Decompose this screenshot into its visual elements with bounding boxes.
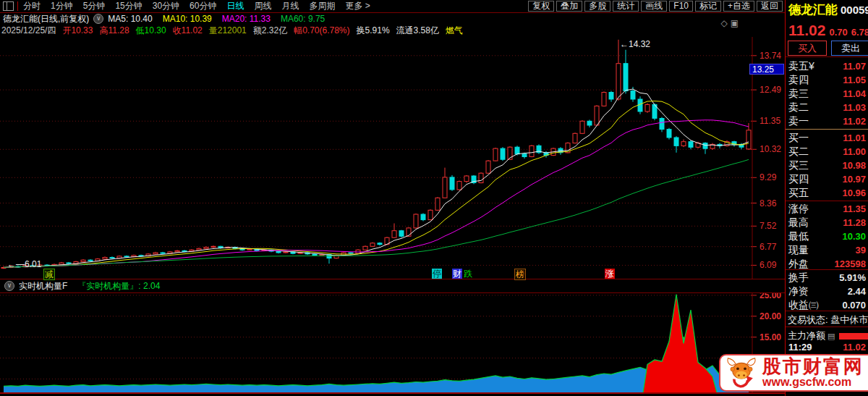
event-badge-榜[interactable]: 榜	[514, 269, 526, 280]
tab-15分钟[interactable]: 15分钟	[115, 0, 142, 12]
y-axis-label: 8.36	[760, 198, 777, 208]
toolbar-button-多股[interactable]: 多股	[584, 1, 610, 12]
y-axis-label: 20.00	[760, 311, 781, 321]
tab-分时[interactable]: 分时	[23, 0, 41, 12]
candle-body	[320, 255, 324, 256]
event-badge-停[interactable]: 停	[432, 269, 442, 279]
candle-body	[414, 214, 418, 228]
indicator-chart[interactable]: 25.0020.0015.0010.00	[0, 293, 785, 394]
panel-row-买三[interactable]: 买三10.98	[786, 159, 868, 172]
main-net-row[interactable]: 主力净额 ▤	[788, 329, 868, 342]
candle-body	[660, 119, 664, 130]
candle-body	[457, 182, 461, 190]
chart-title: 德龙汇能(日线,前复权)	[3, 13, 89, 25]
tab-多周期[interactable]: 多周期	[309, 0, 335, 12]
tab-更多 >[interactable]: 更多 >	[345, 0, 370, 12]
tab-1分钟[interactable]: 1分钟	[51, 0, 73, 12]
event-badge-财[interactable]: 财	[452, 269, 462, 279]
chart-period-tabs: 分时1分钟5分钟15分钟30分钟60分钟日线周线月线多周期更多 >	[23, 0, 370, 12]
price-annotation: ←14.32	[620, 39, 650, 49]
chevron-down-icon[interactable]: ∨	[93, 14, 103, 24]
toolbar-button-叠加[interactable]: 叠加	[556, 1, 582, 12]
diamond-icon[interactable]: ◇	[720, 18, 730, 28]
bid-ask-divider	[786, 129, 868, 130]
candle-body	[276, 251, 281, 253]
panel-row-最低[interactable]: 最低10.30	[786, 229, 868, 243]
toolbar-button-+自选[interactable]: +自选	[723, 1, 754, 12]
main-net-label: 主力净额	[788, 329, 825, 342]
panel-row-卖四[interactable]: 卖四11.05	[786, 73, 868, 87]
tab-周线[interactable]: 周线	[254, 0, 271, 12]
watermark-url: www.gscfw.com	[762, 376, 864, 389]
candle-body	[197, 248, 201, 250]
bid-levels: 买一11.01买二11.00买三10.98买四10.97买五10.96	[786, 131, 868, 200]
candle-body	[703, 143, 707, 149]
panel-row-卖二[interactable]: 卖二11.03	[786, 101, 868, 114]
candle-body	[689, 142, 693, 148]
toolbar-button-复权[interactable]: 复权	[528, 1, 554, 12]
candle-body	[624, 64, 628, 91]
candle-body	[580, 121, 584, 133]
candle-body	[631, 91, 635, 99]
panel-row-卖一[interactable]: 卖一11.02	[786, 114, 868, 128]
window-split-icon[interactable]	[3, 1, 14, 11]
quote-field: 换5.91%	[357, 25, 390, 37]
panel-row-最高[interactable]: 最高11.28	[786, 216, 868, 229]
tab-5分钟[interactable]: 5分钟	[83, 0, 106, 12]
toolbar: 分时1分钟5分钟15分钟30分钟60分钟日线周线月线多周期更多 > 复权叠加多股…	[0, 0, 785, 13]
event-badge-跌[interactable]: 跌	[463, 269, 473, 279]
tab-月线[interactable]: 月线	[281, 0, 299, 12]
trade-buttons: 买入 卖出	[788, 41, 868, 56]
toolbar-button-F10[interactable]: F10	[669, 1, 693, 12]
candle-body	[421, 214, 425, 220]
y-axis-label: 13.74	[760, 51, 781, 61]
panel-row-现量[interactable]: 现量39	[786, 243, 868, 257]
toolbar-button-统计[interactable]: 统计	[613, 1, 639, 12]
candle-body	[161, 253, 165, 253]
ma-line-MA20	[4, 120, 749, 268]
candle-body	[349, 253, 353, 253]
window-icon[interactable]: ▣	[731, 18, 741, 28]
candle-body	[595, 106, 599, 125]
candle-body	[59, 263, 64, 264]
panel-row-买五[interactable]: 买五10.96	[786, 186, 868, 200]
quote-field: 幅0.70(6.78%)	[294, 25, 349, 37]
sell-button[interactable]: 卖出	[831, 41, 868, 56]
stock-app-window: 分时1分钟5分钟15分钟30分钟60分钟日线周线月线多周期更多 > 复权叠加多股…	[0, 0, 868, 396]
event-badge-减[interactable]: 减	[43, 269, 55, 280]
toolbar-separator	[17, 1, 18, 11]
candlestick-chart[interactable]: 13.7412.4911.3510.329.298.367.526.776.09…	[0, 37, 785, 279]
panel-row-买二[interactable]: 买二11.00	[786, 145, 868, 159]
quote-field: 低10.30	[136, 25, 166, 37]
panel-row-涨停[interactable]: 涨停11.35	[786, 202, 868, 216]
event-badge-涨[interactable]: 涨	[605, 269, 615, 279]
toolbar-button-返回[interactable]: 返回	[757, 1, 783, 12]
panel-row-换手[interactable]: 换手5.91%	[786, 271, 868, 285]
toolbar-button-画线[interactable]: 画线	[641, 1, 667, 12]
candle-body	[609, 93, 613, 100]
ask-levels: 卖五¥11.07卖四11.05卖三11.04卖二11.03卖一11.02	[786, 59, 868, 128]
toolbar-button-标记[interactable]: 标记	[695, 1, 721, 12]
panel-row-买四[interactable]: 买四10.97	[786, 172, 868, 186]
panel-row-净资[interactable]: 净资2.44	[786, 285, 868, 298]
candle-body	[378, 243, 382, 245]
tab-30分钟[interactable]: 30分钟	[153, 0, 179, 12]
chevron-down-icon[interactable]: ∨	[4, 281, 14, 291]
candle-body	[247, 249, 252, 250]
panel-row-买一[interactable]: 买一11.01	[786, 131, 868, 145]
tab-60分钟[interactable]: 60分钟	[190, 0, 216, 12]
quote-field: 流通3.58亿	[396, 25, 439, 37]
quote-field: 开10.33	[62, 25, 93, 37]
panel-row-卖三[interactable]: 卖三11.04	[786, 87, 868, 101]
panel-row-卖五¥[interactable]: 卖五¥11.07	[786, 59, 868, 73]
indicator-name[interactable]: 实时机构量F	[19, 280, 67, 292]
tab-日线[interactable]: 日线	[226, 0, 244, 12]
buy-button[interactable]: 买入	[788, 41, 827, 56]
stats-block-2: 换手5.91%净资2.44收益㈢0.070	[786, 271, 868, 312]
candle-body	[667, 130, 671, 138]
candle-body	[529, 146, 534, 156]
trade-status: 交易状态: 盘中休市	[788, 313, 868, 327]
candle-body	[428, 210, 433, 219]
expand-icon[interactable]: ▤	[827, 332, 835, 341]
candle-body	[443, 177, 447, 198]
